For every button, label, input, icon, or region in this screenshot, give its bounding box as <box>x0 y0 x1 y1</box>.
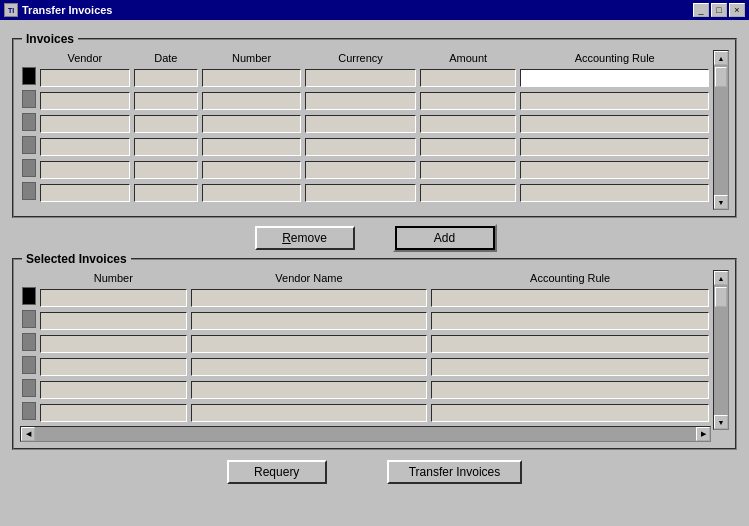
date-cell[interactable] <box>134 115 198 133</box>
currency-cell[interactable] <box>305 115 416 133</box>
row-indicator <box>22 67 36 85</box>
requery-button[interactable]: Requery <box>227 460 327 484</box>
row-indicator <box>22 90 36 108</box>
sel-vendor-cell[interactable] <box>191 381 428 399</box>
window-controls[interactable]: _ □ × <box>693 3 745 17</box>
amount-cell[interactable] <box>420 92 516 110</box>
table-row[interactable] <box>20 401 711 424</box>
transfer-label: Transfer Invoices <box>409 465 501 479</box>
sel-accounting-cell[interactable] <box>431 335 709 353</box>
amount-cell[interactable] <box>420 69 516 87</box>
currency-cell[interactable] <box>305 161 416 179</box>
selected-scrollbar[interactable]: ▲ ▼ <box>713 270 729 430</box>
selected-hscrollbar[interactable]: ◀ ▶ <box>20 426 711 442</box>
scroll-right-button[interactable]: ▶ <box>696 427 710 441</box>
sel-vendor-cell[interactable] <box>191 289 428 307</box>
date-cell[interactable] <box>134 69 198 87</box>
selected-invoices-group: Selected Invoices Number Vendor Name Acc… <box>12 258 737 450</box>
scroll-up-button[interactable]: ▲ <box>714 51 728 65</box>
vendor-cell[interactable] <box>40 115 130 133</box>
sel-number-cell[interactable] <box>40 381 187 399</box>
accounting-rule-cell[interactable] <box>520 184 709 202</box>
vendor-cell[interactable] <box>40 92 130 110</box>
scroll-track[interactable] <box>714 65 728 195</box>
scroll-up-button[interactable]: ▲ <box>714 271 728 285</box>
scroll-left-button[interactable]: ◀ <box>21 427 35 441</box>
sel-accounting-cell[interactable] <box>431 404 709 422</box>
minimize-button[interactable]: _ <box>693 3 709 17</box>
selected-table-area: Number Vendor Name Accounting Rule <box>20 270 711 442</box>
sel-accounting-cell[interactable] <box>431 358 709 376</box>
vendor-cell[interactable] <box>40 138 130 156</box>
number-cell[interactable] <box>202 115 301 133</box>
col-currency: Currency <box>303 50 418 66</box>
vendor-cell[interactable] <box>40 69 130 87</box>
sel-vendor-cell[interactable] <box>191 358 428 376</box>
scroll-down-button[interactable]: ▼ <box>714 195 728 209</box>
number-cell[interactable] <box>202 184 301 202</box>
vendor-cell[interactable] <box>40 161 130 179</box>
table-row[interactable] <box>20 89 711 112</box>
accounting-rule-cell[interactable] <box>520 92 709 110</box>
number-cell[interactable] <box>202 92 301 110</box>
vendor-cell[interactable] <box>40 184 130 202</box>
amount-cell[interactable] <box>420 184 516 202</box>
table-row[interactable] <box>20 66 711 89</box>
col-accounting-rule: Accounting Rule <box>518 50 711 66</box>
number-cell[interactable] <box>202 69 301 87</box>
table-row[interactable] <box>20 181 711 204</box>
accounting-rule-cell[interactable] <box>520 161 709 179</box>
table-row[interactable] <box>20 378 711 401</box>
invoices-scrollbar[interactable]: ▲ ▼ <box>713 50 729 210</box>
date-cell[interactable] <box>134 184 198 202</box>
scroll-down-button[interactable]: ▼ <box>714 415 728 429</box>
row-indicator <box>22 287 36 305</box>
number-cell[interactable] <box>202 138 301 156</box>
sel-vendor-cell[interactable] <box>191 335 428 353</box>
scroll-track[interactable] <box>714 285 728 415</box>
table-row[interactable] <box>20 135 711 158</box>
row-indicator <box>22 159 36 177</box>
accounting-rule-cell[interactable] <box>520 138 709 156</box>
accounting-rule-cell[interactable] <box>520 69 709 87</box>
scroll-thumb[interactable] <box>715 67 727 87</box>
currency-cell[interactable] <box>305 69 416 87</box>
table-row[interactable] <box>20 112 711 135</box>
sel-vendor-cell[interactable] <box>191 312 428 330</box>
sel-number-cell[interactable] <box>40 358 187 376</box>
hscroll-track[interactable] <box>35 427 696 441</box>
table-row[interactable] <box>20 332 711 355</box>
sel-vendor-cell[interactable] <box>191 404 428 422</box>
sel-col-vendor: Vendor Name <box>189 270 430 286</box>
sel-number-cell[interactable] <box>40 289 187 307</box>
table-row[interactable] <box>20 286 711 309</box>
window-title: Transfer Invoices <box>22 4 113 16</box>
sel-number-cell[interactable] <box>40 335 187 353</box>
amount-cell[interactable] <box>420 161 516 179</box>
number-cell[interactable] <box>202 161 301 179</box>
scroll-thumb[interactable] <box>715 287 727 307</box>
accounting-rule-cell[interactable] <box>520 115 709 133</box>
sel-accounting-cell[interactable] <box>431 289 709 307</box>
amount-cell[interactable] <box>420 138 516 156</box>
remove-button[interactable]: Remove <box>255 226 355 250</box>
currency-cell[interactable] <box>305 92 416 110</box>
currency-cell[interactable] <box>305 138 416 156</box>
table-row[interactable] <box>20 355 711 378</box>
maximize-button[interactable]: □ <box>711 3 727 17</box>
add-button[interactable]: Add <box>395 226 495 250</box>
transfer-invoices-button[interactable]: Transfer Invoices <box>387 460 523 484</box>
sel-accounting-cell[interactable] <box>431 312 709 330</box>
sel-accounting-cell[interactable] <box>431 381 709 399</box>
date-cell[interactable] <box>134 138 198 156</box>
table-row[interactable] <box>20 158 711 181</box>
close-button[interactable]: × <box>729 3 745 17</box>
table-row[interactable] <box>20 309 711 332</box>
amount-cell[interactable] <box>420 115 516 133</box>
sel-number-cell[interactable] <box>40 404 187 422</box>
date-cell[interactable] <box>134 161 198 179</box>
currency-cell[interactable] <box>305 184 416 202</box>
selected-table: Number Vendor Name Accounting Rule <box>20 270 711 424</box>
sel-number-cell[interactable] <box>40 312 187 330</box>
date-cell[interactable] <box>134 92 198 110</box>
